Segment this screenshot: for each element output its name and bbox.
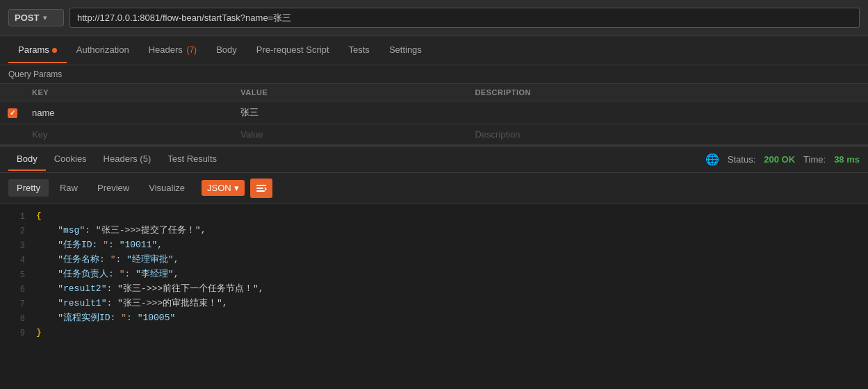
- fmt-tab-raw[interactable]: Raw: [51, 179, 86, 197]
- line-content: "任务名称: ": "经理审批",: [36, 253, 179, 267]
- placeholder-key[interactable]: Key: [25, 124, 234, 145]
- row-key[interactable]: name: [25, 101, 234, 124]
- line-content: {: [36, 209, 42, 223]
- json-line: 5 "任务负责人: ": "李经理",: [0, 267, 868, 282]
- time-value: 38 ms: [834, 154, 860, 165]
- tab-params[interactable]: Params: [8, 38, 67, 63]
- json-line: 7 "result1": "张三->>>的审批结束！",: [0, 297, 868, 311]
- wrap-button[interactable]: [250, 179, 272, 198]
- table-row: name 张三: [0, 101, 868, 124]
- svg-rect-1: [256, 188, 263, 189]
- request-tabs: Params Authorization Headers (7) Body Pr…: [0, 36, 868, 65]
- line-content: "流程实例ID: ": "10005": [36, 311, 175, 325]
- line-number: 1: [6, 209, 25, 224]
- tab-authorization[interactable]: Authorization: [67, 38, 139, 63]
- json-line: 9}: [0, 326, 868, 340]
- resp-tab-body[interactable]: Body: [8, 148, 46, 171]
- row-value[interactable]: 张三: [234, 101, 468, 124]
- response-status: 🌐 Status: 200 OK Time: 38 ms: [705, 153, 860, 166]
- wrap-icon: [256, 183, 267, 194]
- json-line: 1{: [0, 209, 868, 224]
- globe-icon: 🌐: [705, 153, 719, 166]
- svg-rect-0: [256, 185, 266, 186]
- params-dot: [52, 48, 57, 53]
- headers-badge: (7): [186, 45, 197, 55]
- line-number: 2: [6, 224, 25, 238]
- line-number: 3: [6, 238, 25, 253]
- json-line: 3 "任务ID: ": "10011",: [0, 238, 868, 253]
- line-content: }: [36, 326, 42, 340]
- method-chevron: ▾: [43, 14, 47, 22]
- tab-headers[interactable]: Headers (7): [139, 38, 206, 63]
- status-label: Status:: [728, 154, 755, 165]
- json-line: 6 "result2": "张三->>>前往下一个任务节点！",: [0, 282, 868, 297]
- method-select[interactable]: POST ▾: [8, 9, 64, 26]
- response-tabs-bar: Body Cookies Headers (5) Test Results 🌐 …: [0, 145, 868, 173]
- placeholder-row: Key Value Description: [0, 124, 868, 145]
- row-checkbox-cell: [0, 101, 25, 124]
- line-content: "任务ID: ": "10011",: [36, 238, 163, 252]
- resp-tab-cookies[interactable]: Cookies: [46, 148, 95, 171]
- tab-body[interactable]: Body: [206, 38, 247, 63]
- line-number: 5: [6, 267, 25, 282]
- params-table: KEY VALUE DESCRIPTION name 张三 Key Value …: [0, 84, 868, 145]
- line-content: "result2": "张三->>>前往下一个任务节点！",: [36, 282, 264, 296]
- line-number: 4: [6, 253, 25, 267]
- body-format-bar: Pretty Raw Preview Visualize JSON ▾: [0, 173, 868, 204]
- status-value: 200 OK: [764, 154, 795, 165]
- json-output: 1{2 "msg": "张三->>>提交了任务！",3 "任务ID: ": "1…: [0, 204, 868, 346]
- line-number: 6: [6, 282, 25, 297]
- col-key: KEY: [25, 84, 234, 101]
- query-params-label: Query Params: [0, 65, 868, 84]
- resp-tab-headers[interactable]: Headers (5): [95, 148, 160, 171]
- row-description[interactable]: [468, 101, 868, 124]
- tab-prerequest[interactable]: Pre-request Script: [247, 38, 339, 63]
- line-content: "msg": "张三->>>提交了任务！",: [36, 224, 206, 238]
- svg-rect-2: [256, 190, 265, 192]
- line-content: "任务负责人: ": "李经理",: [36, 267, 179, 281]
- resp-tab-testresults[interactable]: Test Results: [159, 148, 225, 171]
- fmt-tab-visualize[interactable]: Visualize: [140, 179, 193, 197]
- method-label: POST: [15, 13, 39, 23]
- url-bar: POST ▾: [0, 0, 868, 36]
- json-line: 2 "msg": "张三->>>提交了任务！",: [0, 224, 868, 238]
- tab-settings[interactable]: Settings: [379, 38, 432, 63]
- json-select[interactable]: JSON ▾: [202, 180, 245, 196]
- col-check: [0, 84, 25, 101]
- placeholder-description[interactable]: Description: [468, 124, 868, 145]
- line-number: 8: [6, 311, 25, 326]
- line-number: 9: [6, 326, 25, 340]
- time-label: Time:: [803, 154, 826, 165]
- col-value: VALUE: [234, 84, 468, 101]
- row-checkbox[interactable]: [8, 108, 17, 118]
- placeholder-value[interactable]: Value: [234, 124, 468, 145]
- url-input[interactable]: [69, 8, 860, 28]
- tab-tests[interactable]: Tests: [339, 38, 379, 63]
- json-line: 4 "任务名称: ": "经理审批",: [0, 253, 868, 267]
- fmt-tab-pretty[interactable]: Pretty: [8, 179, 49, 197]
- json-line: 8 "流程实例ID: ": "10005": [0, 311, 868, 326]
- line-content: "result1": "张三->>>的审批结束！",: [36, 297, 228, 311]
- line-number: 7: [6, 297, 25, 311]
- fmt-tab-preview[interactable]: Preview: [89, 179, 138, 197]
- col-description: DESCRIPTION: [468, 84, 868, 101]
